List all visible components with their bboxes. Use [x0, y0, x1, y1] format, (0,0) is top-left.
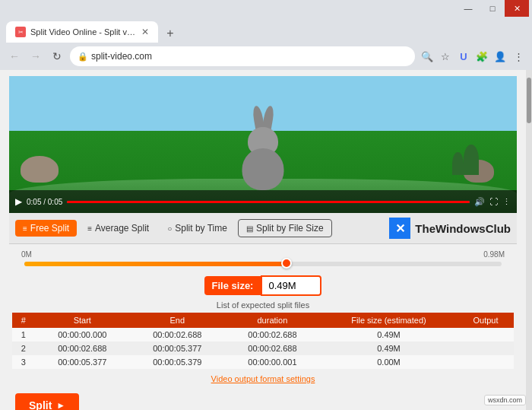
window-controls: — □ ✕ — [456, 0, 529, 17]
table-cell-0-1: 00:00:00.000 — [35, 328, 130, 342]
tab-average-split[interactable]: ≡ Average Split — [80, 220, 157, 237]
filesize-row: File size: — [9, 275, 517, 296]
tab-close-icon[interactable]: ✕ — [141, 27, 149, 37]
back-button[interactable]: ← — [6, 48, 23, 65]
address-bar: ← → ↻ 🔒 split-video.com 🔍 ☆ U 🧩 👤 ⋮ — [0, 43, 532, 70]
extensions-icon[interactable]: 🧩 — [474, 49, 489, 64]
time-display: 0:05 / 0:05 — [27, 198, 62, 206]
reload-button[interactable]: ↻ — [49, 48, 65, 65]
table-cell-2-1: 00:00:05.377 — [35, 355, 130, 369]
table-row: 100:00:00.00000:00:02.68800:00:02.6880.4… — [12, 328, 514, 342]
tab-bar: ✂ Split Video Online - Split video ... ✕… — [0, 17, 532, 43]
table-cell-2-3: 00:00:00.001 — [225, 355, 320, 369]
split-time-label: Split by Time — [175, 223, 227, 234]
tree-2 — [452, 152, 464, 175]
col-num: # — [12, 313, 35, 328]
maximize-button[interactable]: □ — [480, 0, 505, 17]
slider-min-label: 0M — [21, 250, 32, 259]
star-icon[interactable]: ☆ — [438, 49, 453, 64]
col-start: Start — [35, 313, 130, 328]
tab-free-split[interactable]: ≡ Free Split — [15, 220, 77, 237]
search-icon[interactable]: 🔍 — [420, 49, 435, 64]
split-files-table: # Start End duration File size (estimate… — [12, 313, 514, 369]
slider-labels: 0M 0.98M — [21, 250, 505, 259]
tab-split-by-time[interactable]: ○ Split by Time — [160, 220, 235, 237]
twc-icon: ✕ — [389, 218, 410, 239]
url-text: split-video.com — [91, 51, 407, 62]
scrollbar[interactable] — [526, 70, 532, 410]
bunny-character — [240, 129, 286, 190]
table-cell-0-2: 00:00:02.688 — [130, 328, 225, 342]
page-area: ▶ 0:05 / 0:05 🔊 ⛶ ⋮ ≡ — [0, 70, 532, 410]
free-split-icon: ≡ — [23, 224, 27, 233]
split-time-icon: ○ — [167, 224, 172, 233]
more-options-icon[interactable]: ⋮ — [502, 197, 511, 207]
tab-favicon: ✂ — [15, 27, 26, 37]
wsxdn-badge: wsxdn.com — [484, 395, 526, 405]
table-cell-1-1: 00:00:02.688 — [35, 342, 130, 355]
table-header-row: # Start End duration File size (estimate… — [12, 313, 514, 328]
rock-left — [21, 156, 59, 183]
lock-icon: 🔒 — [78, 52, 88, 62]
svg-text:✕: ✕ — [395, 222, 405, 235]
table-row: 300:00:05.37700:00:05.37900:00:00.0010.0… — [12, 355, 514, 369]
split-filesize-label: Split by File Size — [256, 223, 324, 234]
browser-toolbar: 🔍 ☆ U 🧩 👤 ⋮ — [420, 49, 526, 64]
title-bar: — □ ✕ — [0, 0, 532, 17]
split-button[interactable]: Split ► — [15, 393, 79, 410]
table-cell-1-4: 0.49M — [320, 342, 458, 355]
slider-thumb[interactable] — [281, 258, 292, 269]
filesize-label: File size: — [204, 276, 261, 295]
col-filesize: File size (estimated) — [320, 313, 458, 328]
split-filesize-icon: ▤ — [246, 224, 253, 233]
table-cell-2-4: 0.00M — [320, 355, 458, 369]
url-bar[interactable]: 🔒 split-video.com — [70, 46, 415, 66]
volume-icon[interactable]: 🔊 — [474, 197, 485, 207]
format-settings-link[interactable]: Video output format settings — [211, 374, 315, 383]
progress-fill — [67, 201, 470, 203]
video-progress-bar[interactable] — [67, 201, 470, 203]
tab-title: Split Video Online - Split video ... — [30, 27, 137, 37]
split-tabs-row: ≡ Free Split ≡ Average Split ○ Split by … — [9, 213, 517, 244]
table-cell-0-3: 00:00:02.688 — [225, 328, 320, 342]
forward-button[interactable]: → — [27, 48, 44, 65]
table-row: 200:00:02.68800:00:05.37700:00:02.6880.4… — [12, 342, 514, 355]
profile-icon[interactable]: 👤 — [492, 49, 508, 64]
fullscreen-icon[interactable]: ⛶ — [489, 197, 498, 206]
split-button-label: Split — [29, 399, 52, 410]
twc-logo: ✕ TheWindowsClub — [389, 218, 511, 239]
slider-fill — [24, 262, 287, 266]
browser-frame: — □ ✕ ✂ Split Video Online - Split video… — [0, 0, 532, 410]
table-cell-2-5 — [458, 355, 514, 369]
browser-tab-active[interactable]: ✂ Split Video Online - Split video ... ✕ — [6, 21, 158, 43]
col-end: End — [130, 313, 225, 328]
table-cell-0-0: 1 — [12, 328, 35, 342]
video-player: ▶ 0:05 / 0:05 🔊 ⛶ ⋮ — [9, 76, 517, 213]
play-button[interactable]: ▶ — [15, 196, 22, 207]
extension-icon[interactable]: U — [456, 49, 471, 64]
tree-1 — [464, 145, 479, 175]
table-cell-2-0: 3 — [12, 355, 35, 369]
close-button[interactable]: ✕ — [505, 0, 529, 17]
twc-name: TheWindowsClub — [415, 222, 511, 235]
col-duration: duration — [225, 313, 320, 328]
table-title: List of expected split files — [12, 300, 514, 310]
col-output: Output — [458, 313, 514, 328]
table-cell-1-5 — [458, 342, 514, 355]
scrollbar-thumb[interactable] — [527, 78, 531, 123]
slider-max-label: 0.98M — [483, 250, 505, 259]
menu-icon[interactable]: ⋮ — [511, 49, 526, 64]
table-cell-0-5 — [458, 328, 514, 342]
main-content: ▶ 0:05 / 0:05 🔊 ⛶ ⋮ ≡ — [0, 70, 526, 410]
filesize-input[interactable] — [261, 275, 321, 296]
average-split-label: Average Split — [95, 223, 149, 234]
slider-area: 0M 0.98M — [9, 244, 517, 272]
free-split-label: Free Split — [30, 223, 69, 234]
minimize-button[interactable]: — — [456, 0, 480, 17]
split-button-arrow-icon: ► — [56, 400, 65, 410]
table-cell-1-3: 00:00:02.688 — [225, 342, 320, 355]
new-tab-button[interactable]: + — [161, 24, 179, 43]
slider-track[interactable] — [24, 262, 502, 266]
table-body: 100:00:00.00000:00:02.68800:00:02.6880.4… — [12, 328, 514, 369]
tab-split-by-filesize[interactable]: ▤ Split by File Size — [238, 219, 332, 237]
